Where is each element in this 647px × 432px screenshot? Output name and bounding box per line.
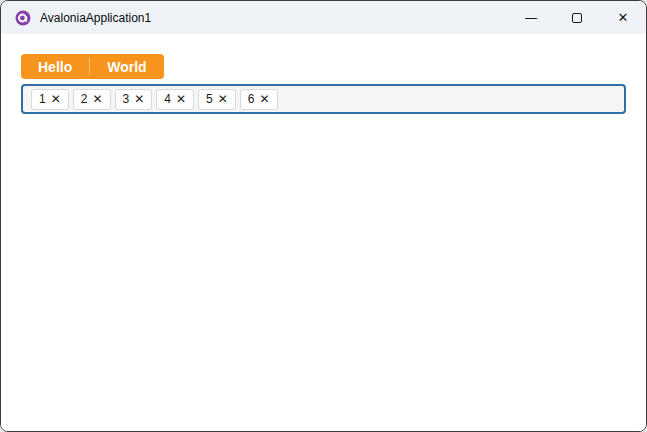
chip[interactable]: 2 ✕ xyxy=(73,89,111,110)
maximize-button[interactable] xyxy=(554,1,600,34)
main-content: Hello World 1 ✕ 2 ✕ 3 ✕ 4 ✕ 5 ✕ 6 ✕ xyxy=(1,34,646,431)
chip-remove-icon[interactable]: ✕ xyxy=(134,93,144,105)
maximize-icon xyxy=(572,13,582,23)
hello-world-split-button: Hello World xyxy=(21,54,164,79)
chip-label: 4 xyxy=(164,92,171,106)
world-button[interactable]: World xyxy=(90,54,163,79)
chip-label: 6 xyxy=(248,92,255,106)
chip[interactable]: 5 ✕ xyxy=(198,89,236,110)
chip-remove-icon[interactable]: ✕ xyxy=(92,93,102,105)
titlebar[interactable]: AvaloniaApplication1 — ✕ xyxy=(1,1,646,34)
chip-label: 5 xyxy=(206,92,213,106)
chip[interactable]: 1 ✕ xyxy=(31,89,69,110)
tags-input[interactable]: 1 ✕ 2 ✕ 3 ✕ 4 ✕ 5 ✕ 6 ✕ xyxy=(21,84,626,114)
chip-remove-icon[interactable]: ✕ xyxy=(51,93,61,105)
chip[interactable]: 3 ✕ xyxy=(115,89,153,110)
chip[interactable]: 6 ✕ xyxy=(240,89,278,110)
window-title: AvaloniaApplication1 xyxy=(40,11,151,25)
chip-label: 3 xyxy=(123,92,130,106)
chip-label: 2 xyxy=(81,92,88,106)
chip-label: 1 xyxy=(39,92,46,106)
avalonia-logo-icon xyxy=(15,10,31,26)
close-icon: ✕ xyxy=(618,10,629,25)
hello-button[interactable]: Hello xyxy=(21,54,89,79)
minimize-button[interactable]: — xyxy=(508,1,554,34)
chip-remove-icon[interactable]: ✕ xyxy=(218,93,228,105)
chip-remove-icon[interactable]: ✕ xyxy=(176,93,186,105)
minimize-icon: — xyxy=(525,10,538,25)
app-window: AvaloniaApplication1 — ✕ Hello World 1 ✕… xyxy=(0,0,647,432)
close-button[interactable]: ✕ xyxy=(600,1,646,34)
chip[interactable]: 4 ✕ xyxy=(156,89,194,110)
chip-remove-icon[interactable]: ✕ xyxy=(259,93,269,105)
